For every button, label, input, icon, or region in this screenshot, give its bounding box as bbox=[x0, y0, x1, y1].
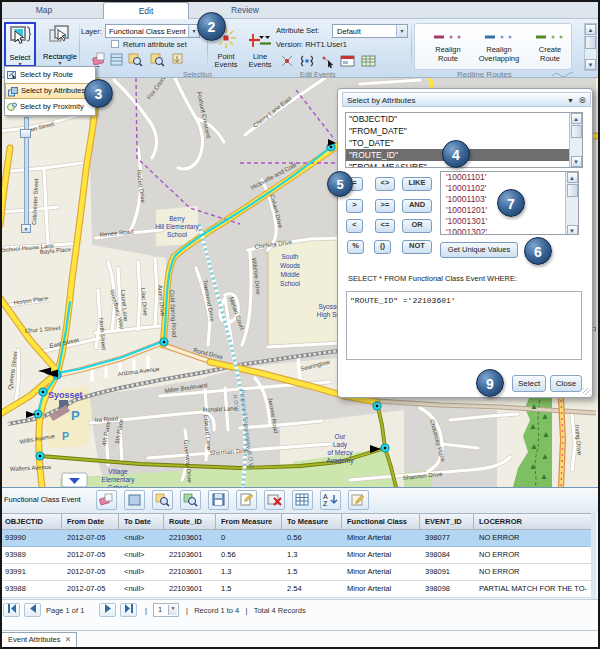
svg-text:Lady: Lady bbox=[333, 441, 348, 449]
svg-text:wn Street: wn Street bbox=[28, 121, 55, 134]
svg-text:Syosset: Syosset bbox=[48, 390, 83, 400]
svg-text:Berry: Berry bbox=[169, 215, 185, 223]
svg-text:P: P bbox=[71, 408, 80, 423]
svg-text:A: A bbox=[323, 493, 328, 500]
svg-text:of Mercy: of Mercy bbox=[328, 449, 354, 457]
svg-text:School: School bbox=[280, 280, 300, 287]
svg-text:Our: Our bbox=[335, 433, 347, 440]
svg-text:Elementary: Elementary bbox=[102, 476, 136, 484]
svg-text:Hill Elementary: Hill Elementary bbox=[155, 223, 199, 231]
svg-text:Village: Village bbox=[108, 468, 128, 476]
svg-text:Woods: Woods bbox=[280, 262, 301, 269]
svg-text:P: P bbox=[62, 430, 69, 442]
svg-text:Chur 1 Street: Chur 1 Street bbox=[25, 325, 61, 334]
svg-text:Colchester Street: Colchester Street bbox=[31, 178, 39, 225]
svg-text:Lilac Drive: Lilac Drive bbox=[140, 288, 148, 317]
svg-text:Middle: Middle bbox=[280, 271, 300, 278]
svg-text:South: South bbox=[282, 253, 299, 260]
svg-text:Academy: Academy bbox=[326, 457, 354, 465]
svg-text:Z: Z bbox=[323, 500, 328, 507]
svg-text:Arizona Avenue: Arizona Avenue bbox=[117, 366, 160, 377]
svg-text:School: School bbox=[167, 231, 187, 238]
svg-text:Walters Avenue: Walters Avenue bbox=[10, 464, 53, 472]
